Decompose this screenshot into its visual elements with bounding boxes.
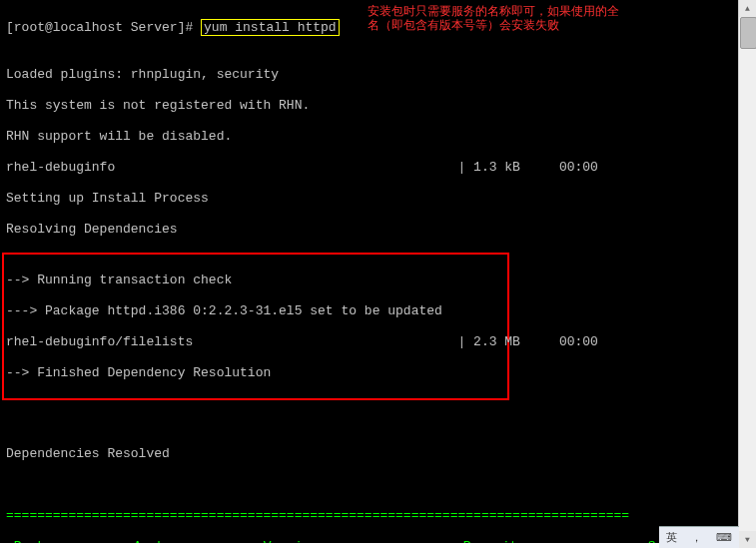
deps-resolved: Dependencies Resolved [6,446,733,462]
ime-punct[interactable]: ， [691,530,702,545]
scroll-down-arrow[interactable]: ▼ [739,531,756,548]
command-highlight: yum install httpd [201,19,340,37]
box-line: --> Finished Dependency Resolution [6,365,505,381]
output-line: This system is not registered with RHN. [6,98,733,114]
box-line: ---> Package httpd.i386 0:2.2.3-31.el5 s… [6,303,505,319]
ime-taskbar[interactable]: 英 ， ⌨ [659,526,739,548]
annotation-text: 安装包时只需要服务的名称即可，如果使用的全名（即包含有版本号等）会安装失败 [368,4,627,32]
divider: ========================================… [6,508,733,524]
table-header: PackageArchVersionRepositorySize [6,539,733,543]
output-line: Resolving Dependencies [6,222,733,238]
scroll-up-arrow[interactable]: ▲ [739,0,756,17]
scroll-thumb[interactable] [740,17,756,49]
output-line: RHN support will be disabled. [6,129,733,145]
box-line: --> Running transaction check [6,273,505,288]
vertical-scrollbar[interactable]: ▲ ▼ [738,0,756,548]
output-line: Setting up Install Process [6,191,733,207]
shell-prompt: [root@localhost Server]# [6,20,201,35]
terminal[interactable]: [root@localhost Server]# yum install htt… [0,0,739,543]
box-line: rhel-debuginfo/filelists | 2.3 MB 00:00 [6,334,505,350]
header-arch: Arch [134,539,264,543]
keyboard-icon[interactable]: ⌨ [716,531,732,544]
header-repository: Repository [463,539,648,543]
output-line: Loaded plugins: rhnplugin, security [6,67,733,83]
dependency-box: --> Running transaction check ---> Packa… [2,253,509,400]
header-version: Version [264,539,463,543]
header-package: Package [14,539,134,543]
scroll-track[interactable] [739,17,756,531]
output-line: rhel-debuginfo | 1.3 kB 00:00 [6,160,733,176]
ime-mode[interactable]: 英 [666,530,677,545]
